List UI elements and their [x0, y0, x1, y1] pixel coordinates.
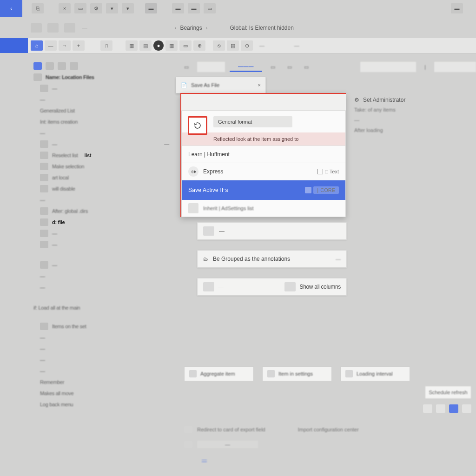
bottom-btn-2[interactable]: Item in settings [262, 366, 332, 381]
top-tool-8[interactable]: ▬ [172, 3, 184, 13]
sidebar-foot-item-2[interactable]: — [38, 343, 171, 354]
sidebar-foot-item-5[interactable]: Remember [38, 377, 171, 388]
sidebar-item-2[interactable]: Generalized List [38, 105, 171, 116]
tab-1[interactable]: ▭ [180, 62, 192, 72]
ribbon-btn-home[interactable]: ⌂ [31, 40, 43, 51]
sidebar-item-4[interactable]: — [38, 127, 171, 139]
ribbon-btn-10[interactable]: ▭ [179, 40, 192, 51]
ribbon-btn-4[interactable]: + [73, 40, 85, 51]
tab-right-1[interactable] [360, 62, 416, 72]
top-tool-5[interactable]: ▾ [106, 3, 118, 13]
refresh-icon [193, 121, 202, 130]
ribbon-btn-8-circle[interactable]: ● [153, 40, 164, 51]
sidebar-item-15[interactable]: — [38, 259, 171, 271]
floating-file-tab[interactable]: 📄 Save As File × [176, 77, 266, 93]
top-tool-7-active[interactable]: ▬ [145, 3, 157, 13]
folder-icon[interactable] [33, 62, 42, 70]
bottom-schedule-chip[interactable]: Schedule refresh [425, 386, 471, 399]
top-tool-4[interactable]: ⚙ [90, 3, 102, 13]
sidebar-foot-item-4[interactable]: — [38, 365, 171, 377]
popup-item-inherit[interactable]: Inherit | AdSettings list [182, 200, 345, 217]
ribbon-btn-3[interactable]: → [59, 40, 71, 51]
top-tool-3[interactable]: ▭ [74, 3, 86, 13]
sidebar-foot-item-1[interactable]: — [38, 332, 171, 343]
sidebar-item-13[interactable]: — [38, 228, 171, 239]
tab-right-2[interactable] [434, 62, 476, 72]
sidebar-item-17[interactable]: — [38, 282, 171, 293]
bc-icon-2[interactable] [47, 23, 59, 33]
ribbon-btn-11[interactable]: ⊕ [193, 40, 205, 51]
item-icon [40, 323, 48, 330]
card-1[interactable]: — [197, 222, 347, 240]
right-panel-line-0[interactable]: Take: of any items [351, 107, 472, 117]
sidebar-foot-item-3[interactable]: — [38, 354, 171, 365]
sidebar-head-1-label: Name: Location Files [46, 74, 94, 80]
sidebar-item-16[interactable]: — [38, 271, 171, 282]
popup-item-express-right[interactable]: □ Text [317, 169, 339, 174]
sidebar-item-3[interactable]: Int: items creation [38, 116, 171, 127]
close-icon[interactable]: × [258, 82, 261, 88]
back-chip[interactable]: ‹ [0, 0, 22, 17]
tab-icon-1[interactable]: ▭ [267, 62, 279, 72]
footer-line-2[interactable]: — [184, 439, 457, 450]
ribbon-btn-14[interactable]: ⊙ [241, 40, 253, 51]
sidebar-item-6[interactable]: Reselect listlist [38, 150, 171, 161]
top-tool-10[interactable]: ▭ [204, 3, 216, 13]
ribbon-btn-9[interactable]: ▥ [165, 40, 178, 51]
sidebar-item-14[interactable]: — [38, 239, 171, 250]
status-dot-1[interactable] [423, 404, 432, 413]
status-dot-3-active[interactable] [449, 404, 458, 413]
tab-2[interactable] [197, 62, 225, 72]
top-tool-6[interactable]: ▾ [122, 3, 134, 13]
sidebar-item-10[interactable]: — [38, 194, 171, 205]
sidebar-item-7[interactable]: Make selection [38, 161, 171, 172]
sidebar-head-1[interactable]: Name: Location Files [32, 72, 171, 83]
card-2[interactable]: 🗁 Be Grouped as the annotations — [197, 250, 347, 268]
popup-item-express[interactable]: 🕪 Express □ Text [182, 163, 345, 180]
bc-label-2[interactable]: Bearings [180, 25, 202, 31]
ribbon-btn-13[interactable]: ▤ [227, 40, 239, 51]
bottom-btn-3[interactable]: Loading interval [340, 366, 410, 381]
sidebar-item-8[interactable]: art local [38, 172, 171, 183]
status-dot-2[interactable] [436, 404, 445, 413]
sidebar-item-1[interactable]: — [38, 94, 171, 105]
top-tool-11[interactable]: ▬ [451, 3, 463, 13]
footer-line-3[interactable]: — [184, 454, 457, 465]
ribbon-btn-12[interactable]: ⎋ [213, 40, 225, 51]
right-panel-line-1[interactable]: — [351, 117, 472, 127]
bottom-btn-1[interactable]: Aggregate item [184, 366, 254, 381]
sidebar-item-5[interactable]: —— [38, 139, 171, 150]
bc-icon-1[interactable] [31, 23, 42, 33]
sidebar-item-9[interactable]: will disable [38, 183, 171, 194]
dots-icon[interactable] [70, 62, 78, 70]
top-tool-9[interactable]: ▬ [188, 3, 200, 13]
sidebar-foot-item-6[interactable]: Makes all move [38, 388, 171, 399]
bc-icon-3[interactable] [64, 23, 75, 33]
tab-active[interactable]: ——— [230, 62, 262, 72]
sidebar-foot-item-0[interactable]: Items on the set [38, 321, 171, 332]
ribbon-btn-6[interactable]: ▥ [126, 40, 138, 51]
list-icon[interactable] [46, 62, 54, 70]
footer-link[interactable]: — [202, 456, 207, 462]
bottom-button-row: Aggregate item Item in settings Loading … [184, 366, 410, 381]
tab-icon-3[interactable]: ▭ [300, 62, 312, 72]
top-tool-2[interactable]: × [59, 3, 71, 13]
sidebar-item-0[interactable]: — [38, 83, 171, 94]
status-dot-4[interactable] [462, 404, 471, 413]
popup-item-selected[interactable]: Save Active IFs | CORE [182, 180, 345, 200]
highlighted-refresh-icon[interactable] [188, 116, 207, 135]
checkbox-icon[interactable] [317, 169, 323, 174]
sidebar-item-12[interactable]: d: file [38, 217, 171, 228]
popup-item-learn[interactable]: Learn | Huffment [182, 146, 345, 163]
top-tool-1[interactable]: ⎘ [32, 3, 44, 13]
ribbon-btn-2[interactable]: ― [45, 40, 57, 51]
sidebar-foot-item-7[interactable]: Log back menu [38, 399, 171, 410]
right-panel-line-2[interactable]: After loading [351, 127, 472, 138]
card-3[interactable]: — Show all columns [197, 278, 347, 296]
sidebar-item-label: — [52, 231, 57, 236]
sidebar-item-11[interactable]: After: global .dirs [38, 205, 171, 217]
ribbon-btn-7[interactable]: ▤ [139, 40, 152, 51]
tab-icon-2[interactable]: ▭ [284, 62, 296, 72]
grid-icon[interactable] [58, 62, 66, 70]
ribbon-btn-5[interactable]: ⎍ [100, 40, 112, 51]
